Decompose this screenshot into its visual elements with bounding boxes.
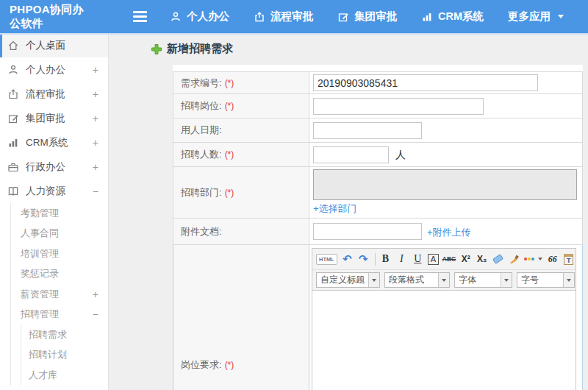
sidebar-item-crm[interactable]: CRM系统 + <box>0 130 108 155</box>
form-row-job-requirements: 岗位要求:(*) HTML ↶ ↷ B I U A ABC <box>173 245 583 390</box>
paste-icon[interactable]: T <box>562 252 575 266</box>
form-row-hire-date: 用人日期: <box>173 118 583 143</box>
hamburger-menu-icon[interactable] <box>133 9 147 24</box>
sidebar-item-attendance[interactable]: 考勤管理 <box>11 203 108 224</box>
html-source-button[interactable]: HTML <box>316 254 337 265</box>
caret-down-icon <box>368 273 379 287</box>
sidebar-item-personal-desktop[interactable]: 个人桌面 <box>0 33 108 57</box>
field-label: 招聘人数: <box>181 149 222 160</box>
sidebar-item-rewards[interactable]: 奖惩记录 <box>11 264 108 285</box>
expand-plus-icon[interactable]: + <box>93 161 98 173</box>
sidebar: 个人桌面 个人办公 + 流程审批 + 集团审批 + CRM系统 + 行政办公 +… <box>0 33 109 390</box>
topnav-personal-office[interactable]: 个人办公 <box>170 10 229 24</box>
sidebar-item-training[interactable]: 培训管理 <box>11 244 108 264</box>
caret-down-icon <box>538 258 542 260</box>
blockquote-button[interactable]: 66 <box>546 252 559 266</box>
field-label: 招聘部门: <box>181 187 222 198</box>
expand-minus-icon[interactable]: − <box>93 308 98 320</box>
color-palette-icon[interactable] <box>524 252 542 266</box>
required-marker: (*) <box>225 360 234 370</box>
sidebar-item-recruit-mgmt[interactable]: 招聘管理 − <box>11 305 108 325</box>
position-input[interactable] <box>313 98 484 115</box>
page-title: 新增招聘需求 <box>167 42 233 56</box>
format-brush-icon[interactable] <box>508 252 520 266</box>
form-row-headcount: 招聘人数:(*) 人 <box>173 143 583 167</box>
editor-content-area[interactable] <box>312 291 576 390</box>
hire-date-input[interactable] <box>313 122 422 139</box>
italic-button[interactable]: I <box>395 252 408 266</box>
heading-select[interactable]: 自定义标题 <box>316 272 380 288</box>
sidebar-item-hr-contract[interactable]: 人事合同 <box>11 224 108 244</box>
eraser-icon[interactable] <box>492 252 504 266</box>
form-panel: 需求编号:(*) 招聘岗位:(*) 用人日期: <box>173 65 583 390</box>
undo-icon[interactable]: ↶ <box>341 252 354 266</box>
expand-minus-icon[interactable]: − <box>93 185 98 197</box>
font-size-select[interactable]: 字号 <box>517 272 575 288</box>
editor-toolbar-row2: 自定义标题 段落格式 字体 字号 <box>312 270 576 291</box>
workflow-icon <box>254 11 265 23</box>
demand-no-input[interactable] <box>313 74 538 91</box>
topnav-workflow-approval[interactable]: 流程审批 <box>254 10 313 24</box>
caret-down-icon <box>563 273 574 287</box>
topnav-group-approval[interactable]: 集团审批 <box>337 10 397 24</box>
sidebar-item-personal-office[interactable]: 个人办公 + <box>0 57 108 82</box>
sidebar-item-hr[interactable]: 人力资源 − <box>0 179 108 203</box>
sidebar-item-salary[interactable]: 薪资管理 + <box>11 284 108 305</box>
rich-text-editor: HTML ↶ ↷ B I U A ABC X² X₂ <box>312 248 576 390</box>
main-content: 新增招聘需求 需求编号:(*) 招聘岗位:(*) <box>110 33 588 390</box>
topnav-more-apps[interactable]: 更多应用 <box>508 10 564 24</box>
expand-plus-icon[interactable]: + <box>93 113 98 124</box>
expand-plus-icon[interactable]: + <box>93 88 98 100</box>
hr-submenu: 考勤管理 人事合同 培训管理 奖惩记录 薪资管理 + 招聘管理 − 招聘需求 招… <box>10 203 108 386</box>
sidebar-item-talent-pool[interactable]: 人才库 <box>21 365 108 386</box>
field-label: 用人日期: <box>181 124 222 135</box>
field-label: 需求编号: <box>181 77 222 88</box>
caret-down-icon <box>558 15 564 18</box>
top-nav: 个人办公 流程审批 集团审批 CRM系统 更多应用 <box>170 10 588 24</box>
paragraph-format-select[interactable]: 段落格式 <box>384 272 450 288</box>
briefcase-icon <box>7 161 19 173</box>
workflow-icon <box>7 88 19 100</box>
field-label: 招聘岗位: <box>181 100 222 111</box>
attachment-upload-link[interactable]: +附件上传 <box>427 227 471 238</box>
recruit-demand-form: 需求编号:(*) 招聘岗位:(*) 用人日期: <box>173 71 583 390</box>
headcount-input[interactable] <box>313 146 389 163</box>
bold-button[interactable]: B <box>379 252 392 266</box>
home-icon <box>7 40 19 52</box>
underline-button[interactable]: U <box>412 252 424 266</box>
expand-plus-icon[interactable]: + <box>93 64 98 76</box>
recruit-submenu: 招聘需求 招聘计划 人才库 <box>21 325 108 386</box>
form-row-attachment: 附件文档: +附件上传 <box>173 219 583 245</box>
sidebar-item-admin-office[interactable]: 行政办公 + <box>0 155 108 179</box>
strikethrough-button[interactable]: ABC <box>442 252 456 266</box>
sidebar-item-recruit-plan[interactable]: 招聘计划 <box>21 345 108 366</box>
sidebar-item-group-approval[interactable]: 集团审批 + <box>0 106 108 130</box>
user-icon <box>170 11 182 23</box>
editor-toolbar-row1: HTML ↶ ↷ B I U A ABC X² X₂ <box>312 249 576 270</box>
expand-plus-icon[interactable]: + <box>93 137 98 149</box>
redo-icon[interactable]: ↷ <box>357 252 370 266</box>
expand-plus-icon[interactable]: + <box>93 288 98 300</box>
edit-icon <box>7 113 19 124</box>
department-box[interactable] <box>313 169 577 200</box>
attachment-input[interactable] <box>313 223 422 240</box>
select-department-link[interactable]: +选择部门 <box>313 202 357 216</box>
bar-chart-icon <box>421 11 433 23</box>
form-row-department: 招聘部门:(*) +选择部门 <box>173 167 583 219</box>
app-logo: PHPOA协同办公软件 <box>0 3 94 31</box>
form-row-position: 招聘岗位:(*) <box>173 94 583 118</box>
sidebar-item-workflow-approval[interactable]: 流程审批 + <box>0 82 108 106</box>
page-header: 新增招聘需求 <box>110 33 588 65</box>
plus-icon <box>151 43 162 55</box>
subscript-button[interactable]: X₂ <box>476 252 488 266</box>
topnav-crm[interactable]: CRM系统 <box>421 10 484 24</box>
top-navbar: PHPOA协同办公软件 个人办公 流程审批 集团审批 CRM系统 更多应用 <box>0 0 588 33</box>
required-marker: (*) <box>225 188 234 198</box>
topbar-underline <box>0 33 588 35</box>
font-family-select[interactable]: 字体 <box>454 272 512 288</box>
superscript-button[interactable]: X² <box>459 252 472 266</box>
field-label: 岗位要求: <box>181 359 222 370</box>
font-style-button[interactable]: A <box>428 254 439 265</box>
bar-chart-icon <box>7 137 19 149</box>
sidebar-item-recruit-demand[interactable]: 招聘需求 <box>21 325 108 345</box>
